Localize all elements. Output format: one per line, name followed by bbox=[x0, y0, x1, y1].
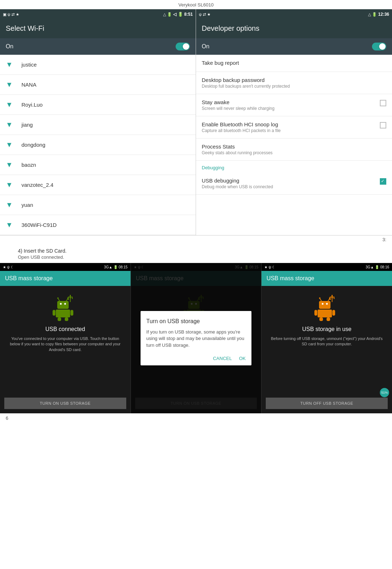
dev-title: Developer options bbox=[202, 24, 386, 33]
android-robot-icon-3 bbox=[313, 293, 341, 322]
list-item[interactable]: Desktop backup password Desktop full bac… bbox=[196, 72, 392, 94]
list-item[interactable]: ▼ dongdong bbox=[0, 135, 196, 155]
svg-rect-15 bbox=[53, 310, 55, 316]
wifi-toggle[interactable] bbox=[176, 43, 190, 50]
svg-line-10 bbox=[58, 298, 60, 301]
dev-item-title: Desktop backup password bbox=[202, 77, 386, 83]
list-item[interactable]: ▼ Royi.Luo bbox=[0, 95, 196, 115]
svg-rect-6 bbox=[70, 298, 71, 302]
dev-item-text: Enable Bluetooth HCI snoop log Capture a… bbox=[202, 121, 376, 133]
list-item[interactable]: ▼ justice bbox=[0, 55, 196, 75]
android-robot-icon bbox=[51, 293, 79, 322]
wifi-network-name: yuan bbox=[21, 202, 33, 208]
usb-status-icons-left: ★ ψ ☾ bbox=[3, 265, 14, 269]
dev-status-bar: ψ ⇄ ★ △ 🔋 12:36 bbox=[196, 9, 392, 19]
dialog-ok-button[interactable]: OK bbox=[239, 356, 246, 361]
dev-item-desc: Capture all bluetooth HCI packets in a f… bbox=[202, 128, 376, 133]
usb-connected-desc: You've connected to your computer via US… bbox=[4, 336, 126, 352]
usb-storage-in-use-desc: Before turning off USB storage, unmount … bbox=[266, 336, 388, 347]
screen-icon: ▣ bbox=[3, 12, 6, 17]
dev-item-title: Stay awake bbox=[202, 99, 376, 105]
wifi-network-name: 360WiFi-C91D bbox=[21, 222, 57, 228]
wifi-list: ▼ justice ▼ NANA ▼ Royi.Luo ▼ jiang ▼ do… bbox=[0, 55, 196, 235]
instruction-step: 4) Insert the SD Card. bbox=[18, 248, 386, 254]
usb-storage-in-use-title: USB storage in use bbox=[302, 326, 352, 332]
wifi-network-name: jiang bbox=[21, 122, 33, 128]
svg-point-47 bbox=[326, 303, 328, 305]
page-title: Verykool SL6010 bbox=[0, 0, 392, 9]
list-item[interactable]: ▼ baozn bbox=[0, 155, 196, 175]
wifi-network-name: justice bbox=[21, 62, 37, 68]
usb-content-1: USB connected You've connected to your c… bbox=[0, 286, 131, 413]
wifi-header: Select Wi-Fi bbox=[0, 19, 196, 38]
turn-on-usb-storage-button-1[interactable]: TURN ON USB STORAGE bbox=[4, 398, 126, 409]
sync-icon: ⇄ bbox=[203, 12, 206, 17]
battery-indicator: 51% bbox=[380, 388, 389, 397]
usb-panel-title-3: USB mass storage bbox=[266, 275, 387, 282]
list-item[interactable]: Take bug report bbox=[196, 55, 392, 72]
wifi-network-name: dongdong bbox=[21, 142, 45, 148]
svg-rect-14 bbox=[56, 310, 70, 317]
svg-rect-53 bbox=[314, 310, 317, 316]
list-item[interactable]: USB debugging Debug mode when USB is con… bbox=[196, 172, 392, 195]
svg-point-46 bbox=[322, 303, 323, 305]
wifi-toggle-row[interactable]: On bbox=[0, 38, 196, 55]
sync-icon: ⇄ bbox=[11, 12, 15, 17]
list-item[interactable]: ▼ 360WiFi-C91D bbox=[0, 215, 196, 235]
usb-connected-title: USB connected bbox=[45, 326, 85, 332]
wifi-signal-icon: ▼ bbox=[6, 121, 16, 129]
wifi-network-name: NANA bbox=[21, 82, 36, 88]
instructions-section: 4) Insert the SD Card. Open USB connecte… bbox=[0, 244, 392, 263]
usb-status-bar-3: ★ ψ ☾ 3G▲ 🔋 08:16 bbox=[261, 263, 392, 271]
wifi-signal-icon: ▼ bbox=[6, 60, 16, 69]
usb-status-icons-left-3: ★ ψ ☾ bbox=[264, 265, 275, 269]
wifi-toggle-label: On bbox=[6, 43, 13, 50]
dev-header: Developer options bbox=[196, 19, 392, 38]
list-item[interactable]: ▼ NANA bbox=[0, 75, 196, 95]
svg-rect-7 bbox=[57, 301, 69, 309]
dialog-overlay: Turn on USB storage If you turn on USB s… bbox=[131, 263, 261, 413]
list-item[interactable]: ▼ vanzotec_2.4 bbox=[0, 175, 196, 195]
usb-panel-title-1: USB mass storage bbox=[5, 275, 126, 282]
usb-debugging-desc: Debug mode when USB is connected bbox=[202, 184, 376, 189]
dialog-actions: CANCEL OK bbox=[146, 356, 246, 361]
battery-icon: 🔋 bbox=[167, 12, 172, 17]
signal-icon: △ bbox=[163, 12, 166, 17]
svg-rect-54 bbox=[332, 310, 335, 316]
bluetooth-hci-checkbox[interactable] bbox=[380, 122, 386, 128]
svg-line-11 bbox=[66, 298, 68, 301]
signal-icon: △ bbox=[368, 12, 371, 17]
turn-off-usb-storage-button[interactable]: TURN OFF USB STORAGE bbox=[266, 398, 388, 409]
wifi-signal-icon: ▼ bbox=[6, 141, 16, 149]
svg-rect-56 bbox=[327, 317, 330, 321]
usb-debugging-checkbox[interactable] bbox=[380, 178, 386, 185]
wifi-signal-icon: ▼ bbox=[6, 201, 16, 209]
list-item[interactable]: ▼ yuan bbox=[0, 195, 196, 215]
dev-toggle[interactable] bbox=[372, 43, 386, 50]
usb-debugging-title: USB debugging bbox=[202, 177, 376, 184]
svg-point-50 bbox=[319, 297, 320, 299]
list-item[interactable]: ▼ jiang bbox=[0, 115, 196, 135]
wifi-signal-icon: ▼ bbox=[6, 101, 16, 109]
dev-toggle-label: On bbox=[202, 43, 209, 50]
svg-point-8 bbox=[60, 303, 62, 305]
dev-toggle-row[interactable]: On bbox=[196, 38, 392, 55]
instruction-substep: Open USB connected. bbox=[18, 254, 386, 260]
stay-awake-checkbox[interactable] bbox=[380, 100, 386, 106]
svg-point-5 bbox=[72, 298, 73, 299]
svg-rect-17 bbox=[58, 317, 61, 321]
top-panels: ▣ ψ ⇄ ★ △ 🔋 ◁ 🔋 8:51 Select Wi-Fi On ▼ bbox=[0, 9, 392, 235]
usb-status-center: 3G▲ 🔋 08:15 bbox=[104, 265, 128, 269]
wifi-network-name: Royi.Luo bbox=[21, 102, 43, 108]
usb-icon: ψ bbox=[199, 12, 202, 16]
wifi-title: Select Wi-Fi bbox=[6, 24, 190, 33]
wifi-signal-icon: ▼ bbox=[6, 221, 16, 229]
usb-icon: ψ bbox=[8, 12, 10, 16]
svg-rect-55 bbox=[319, 317, 323, 321]
list-item[interactable]: Enable Bluetooth HCI snoop log Capture a… bbox=[196, 116, 392, 138]
list-item[interactable]: Process Stats Geeky stats about running … bbox=[196, 138, 392, 161]
dev-item-title: Enable Bluetooth HCI snoop log bbox=[202, 121, 376, 127]
dialog-cancel-button[interactable]: CANCEL bbox=[213, 356, 232, 361]
list-item[interactable]: Stay awake Screen will never sleep while… bbox=[196, 94, 392, 116]
dev-item-desc: Geeky stats about running processes bbox=[202, 150, 386, 155]
